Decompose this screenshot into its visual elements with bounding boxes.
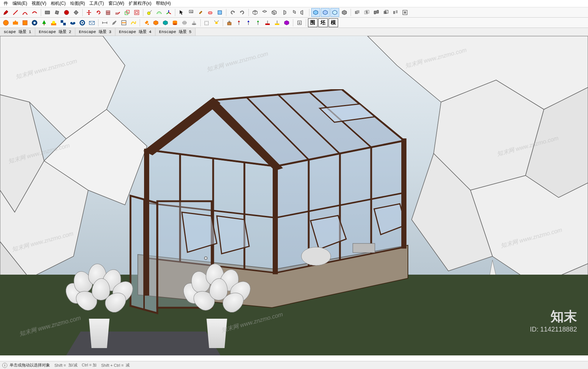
svg-rect-45 xyxy=(63,23,66,25)
svg-rect-2 xyxy=(55,11,59,14)
menu-help[interactable]: 帮助(H) xyxy=(154,0,173,7)
group-icon[interactable] xyxy=(202,18,211,27)
rotated-rect-icon[interactable] xyxy=(53,8,61,17)
top-icon[interactable] xyxy=(260,8,269,17)
section-icon[interactable] xyxy=(119,18,128,27)
flatten-yellow-icon[interactable] xyxy=(273,18,282,27)
plugin-tree-icon[interactable] xyxy=(40,18,49,27)
right-icon[interactable] xyxy=(279,8,288,17)
camera-view-icon[interactable] xyxy=(311,8,320,17)
viewport-3d[interactable]: 知末网 www.znzmo.com 知末网 www.znzmo.com 知末网 … xyxy=(0,36,588,355)
menu-view[interactable]: 视图(V) xyxy=(29,0,49,7)
curve-icon[interactable] xyxy=(129,18,138,27)
solid-outer-icon[interactable] xyxy=(401,8,409,17)
arc2-icon[interactable] xyxy=(30,8,39,17)
box-purple-icon[interactable] xyxy=(282,18,291,27)
plugin-icon-3[interactable] xyxy=(21,18,29,27)
cjk-button-1[interactable]: 围 xyxy=(308,18,318,27)
axis-up-green-icon[interactable] xyxy=(254,18,262,27)
rotate-icon[interactable] xyxy=(94,8,103,17)
svg-rect-11 xyxy=(135,10,139,15)
box-orange-icon[interactable] xyxy=(151,18,160,27)
pushpull-icon[interactable] xyxy=(104,8,112,17)
menu-window[interactable]: 窗口(W) xyxy=(106,0,126,7)
menu-draw[interactable]: 绘图(R) xyxy=(68,0,87,7)
plugin-checker-icon[interactable] xyxy=(59,18,68,27)
scene-tab-3[interactable]: Enscape 场景 3 xyxy=(75,28,115,36)
solid-subtract-icon[interactable] xyxy=(372,8,381,17)
iso-icon[interactable] xyxy=(251,8,259,17)
status-shortcut: 加/减 xyxy=(68,362,78,368)
rectangle-icon[interactable] xyxy=(43,8,52,17)
shaded-icon[interactable] xyxy=(340,8,349,17)
arc-icon[interactable] xyxy=(21,8,29,17)
paint-bucket-icon[interactable] xyxy=(142,18,151,27)
menu-tools[interactable]: 工具(T) xyxy=(87,0,106,7)
svg-rect-41 xyxy=(44,24,44,25)
polygon-icon[interactable] xyxy=(72,8,80,17)
menu-extensions[interactable]: 扩展程序(x) xyxy=(126,0,154,7)
dimension-icon[interactable] xyxy=(100,18,109,27)
circle-icon[interactable] xyxy=(62,8,71,17)
scale-icon[interactable] xyxy=(123,8,132,17)
redo-icon[interactable] xyxy=(238,8,247,17)
solid-union-icon[interactable] xyxy=(353,8,362,17)
svg-marker-89 xyxy=(470,176,588,286)
scene-tabs: scape 场景 1 Enscape 场景 2 Enscape 场景 3 Ens… xyxy=(0,28,588,36)
sphere-icon[interactable] xyxy=(180,18,189,27)
plugin-cloud-icon[interactable] xyxy=(68,18,77,27)
component-icon[interactable] xyxy=(215,8,224,17)
menu-camera[interactable]: 相机(C) xyxy=(49,0,68,7)
protractor-icon[interactable] xyxy=(155,8,164,17)
wireframe-icon[interactable] xyxy=(330,8,339,17)
followme-icon[interactable] xyxy=(113,8,122,17)
scene-tab-4[interactable]: Enscape 场景 4 xyxy=(115,28,155,36)
scene-tab-1[interactable]: scape 场景 1 xyxy=(0,28,35,36)
offset-icon[interactable] xyxy=(132,8,141,17)
plugin-icon-1[interactable] xyxy=(1,18,10,27)
plugin-mail-icon[interactable] xyxy=(87,18,96,27)
cjk-button-2[interactable]: 坯 xyxy=(318,18,328,27)
menu-edit[interactable]: 编辑(E) xyxy=(10,0,29,7)
scene-tab-5[interactable]: Enscape 场景 5 xyxy=(155,28,196,36)
paint-icon[interactable] xyxy=(196,8,205,17)
axis-up-blue-icon[interactable] xyxy=(244,18,253,27)
solid-intersect-icon[interactable] xyxy=(362,8,371,17)
plugin-icon-4[interactable] xyxy=(30,18,39,27)
unpack-icon[interactable] xyxy=(225,18,234,27)
xray-icon[interactable] xyxy=(321,8,330,17)
line-icon[interactable] xyxy=(11,8,20,17)
select-icon[interactable] xyxy=(177,8,186,17)
separator xyxy=(98,19,98,26)
box-teal-icon[interactable] xyxy=(161,18,170,27)
svg-point-57 xyxy=(147,23,149,25)
menu-file[interactable]: 件 xyxy=(1,0,10,7)
plugin-sun-icon[interactable] xyxy=(49,18,58,27)
explode-icon[interactable] xyxy=(212,18,221,27)
solid-split-icon[interactable] xyxy=(391,8,400,17)
left-icon[interactable] xyxy=(298,8,307,17)
eraser-icon[interactable] xyxy=(206,8,215,17)
axes-icon[interactable] xyxy=(164,8,173,17)
tape-icon[interactable] xyxy=(145,8,154,17)
text-icon[interactable]: A1 xyxy=(187,8,196,17)
cone-icon[interactable] xyxy=(190,18,198,27)
plugin-icon-2[interactable] xyxy=(11,18,20,27)
status-info-icon[interactable]: i xyxy=(2,363,7,368)
undo-icon[interactable] xyxy=(228,8,237,17)
back-icon[interactable] xyxy=(289,8,298,17)
axis-up-red-icon[interactable] xyxy=(234,18,243,27)
svg-rect-124 xyxy=(401,138,406,249)
svg-rect-78 xyxy=(275,23,279,25)
cylinder-icon[interactable] xyxy=(171,18,179,27)
flatten-red-icon[interactable] xyxy=(263,18,272,27)
front-icon[interactable] xyxy=(270,8,279,17)
export-icon[interactable] xyxy=(295,18,304,27)
move-icon[interactable] xyxy=(85,8,93,17)
plugin-gear-icon[interactable] xyxy=(78,18,87,27)
scene-tab-2[interactable]: Enscape 场景 2 xyxy=(35,28,75,36)
pencil2-icon[interactable] xyxy=(110,18,119,27)
cjk-button-3[interactable]: 模 xyxy=(329,18,338,27)
solid-trim-icon[interactable] xyxy=(381,8,390,17)
pencil-icon[interactable] xyxy=(1,8,10,17)
